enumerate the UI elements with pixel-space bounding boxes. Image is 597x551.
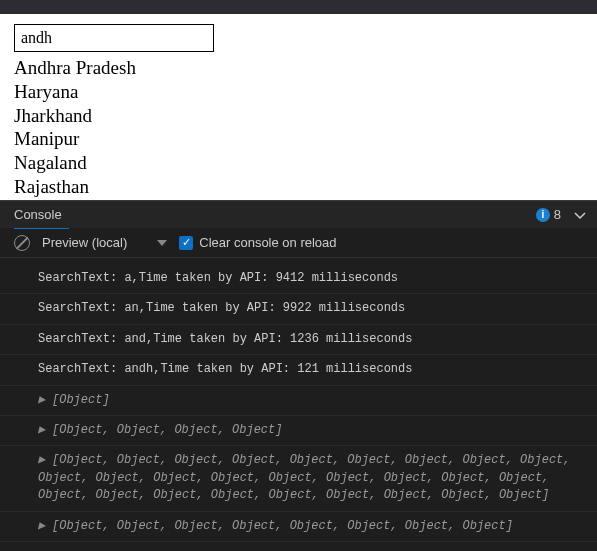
autocomplete-results: Andhra Pradesh Haryana Jharkhand Manipur… — [14, 56, 583, 200]
log-entry-object[interactable]: ▶ [Object] — [0, 386, 597, 416]
console-tab[interactable]: Console — [14, 207, 62, 222]
app-preview-area: Andhra Pradesh Haryana Jharkhand Manipur… — [0, 14, 597, 200]
console-tab-underline — [14, 228, 69, 229]
info-icon: i — [536, 208, 550, 222]
log-object-text: [Object] — [52, 393, 110, 407]
log-entry: SearchText: an,Time taken by API: 9922 m… — [0, 294, 597, 324]
result-item[interactable]: Andhra Pradesh — [14, 56, 583, 80]
result-item[interactable]: Nagaland — [14, 151, 583, 175]
expand-triangle-icon[interactable]: ▶ — [38, 452, 45, 469]
log-entry-object[interactable]: ▶ [Object, Object, Object, Object, Objec… — [0, 512, 597, 542]
clear-on-reload-label: Clear console on reload — [199, 235, 336, 250]
clear-console-icon[interactable] — [14, 235, 30, 251]
context-dropdown[interactable]: Preview (local) — [42, 235, 167, 250]
expand-triangle-icon[interactable]: ▶ — [38, 392, 45, 409]
info-count: 8 — [554, 207, 561, 222]
window-top-bar — [0, 0, 597, 14]
chevron-down-icon — [573, 208, 587, 222]
log-object-text: [Object, Object, Object, Object, Object,… — [38, 453, 570, 502]
context-dropdown-label: Preview (local) — [42, 235, 127, 250]
result-item[interactable]: Haryana — [14, 80, 583, 104]
console-panel: Console i 8 Preview (local) ✓ Clear cons… — [0, 200, 597, 548]
expand-triangle-icon[interactable]: ▶ — [38, 518, 45, 535]
info-count-badge[interactable]: i 8 — [536, 207, 561, 222]
log-entry-object[interactable]: ▶ [Object, Object, Object, Object, Objec… — [0, 446, 597, 511]
log-entry-object[interactable]: ▶ [Object, Object, Object, Object] — [0, 416, 597, 446]
console-log-body: SearchText: a,Time taken by API: 9412 mi… — [0, 258, 597, 548]
search-input[interactable] — [14, 24, 214, 52]
console-toolbar: Preview (local) ✓ Clear console on reloa… — [0, 228, 597, 258]
log-object-text: [Object, Object, Object, Object, Object,… — [52, 519, 513, 533]
clear-on-reload-toggle[interactable]: ✓ Clear console on reload — [179, 235, 336, 250]
console-header: Console i 8 — [0, 200, 597, 228]
dropdown-triangle-icon — [157, 240, 167, 246]
log-entry: SearchText: andh,Time taken by API: 121 … — [0, 355, 597, 385]
expand-triangle-icon[interactable]: ▶ — [38, 422, 45, 439]
collapse-panel-button[interactable] — [571, 206, 589, 224]
checkbox-checked-icon: ✓ — [179, 236, 193, 250]
log-object-text: [Object, Object, Object, Object] — [52, 423, 282, 437]
result-item[interactable]: Rajasthan — [14, 175, 583, 199]
log-entry: SearchText: and,Time taken by API: 1236 … — [0, 325, 597, 355]
log-entry: SearchText: a,Time taken by API: 9412 mi… — [0, 264, 597, 294]
result-item[interactable]: Manipur — [14, 127, 583, 151]
result-item[interactable]: Jharkhand — [14, 104, 583, 128]
